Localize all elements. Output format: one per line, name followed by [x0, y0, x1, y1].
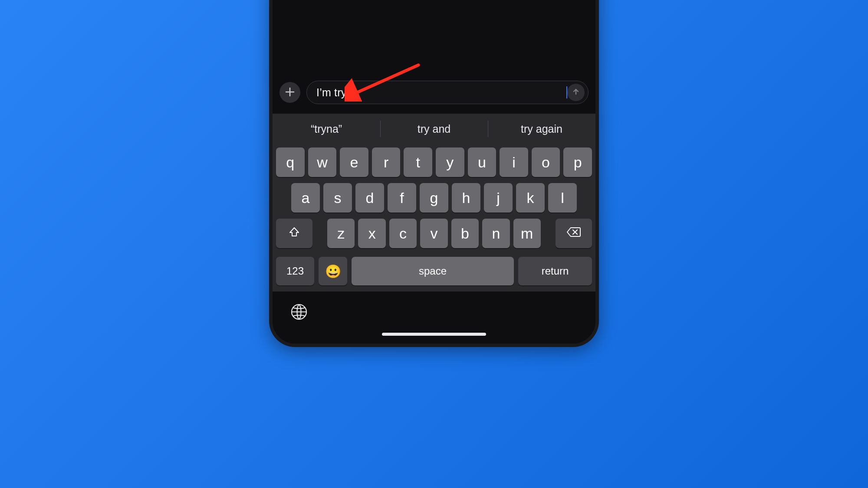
keyboard: “tryna” try and try again q w e r t y u …	[273, 114, 595, 291]
compose-row: I’m tryna	[273, 75, 595, 114]
home-indicator[interactable]	[382, 333, 486, 336]
key-r[interactable]: r	[372, 147, 401, 177]
suggestion-0[interactable]: “tryna”	[273, 114, 380, 144]
emoji-key[interactable]: 😀	[319, 257, 347, 285]
space-key[interactable]: space	[352, 257, 514, 285]
key-rows: q w e r t y u i o p a s d f g h	[273, 144, 595, 257]
add-attachment-button[interactable]	[279, 82, 300, 103]
key-e[interactable]: e	[340, 147, 368, 177]
key-p[interactable]: p	[563, 147, 592, 177]
key-f[interactable]: f	[388, 183, 416, 213]
suggestion-label: try and	[418, 123, 450, 135]
suggestion-label: “tryna”	[311, 123, 342, 135]
plus-icon	[285, 86, 295, 99]
key-h[interactable]: h	[452, 183, 480, 213]
key-c[interactable]: c	[389, 219, 417, 248]
key-m[interactable]: m	[513, 219, 541, 248]
phone-frame: I’m tryna “tryna” try and try again q w	[269, 0, 599, 347]
key-b[interactable]: b	[451, 219, 479, 248]
key-x[interactable]: x	[358, 219, 385, 248]
key-g[interactable]: g	[420, 183, 448, 213]
screen: I’m tryna “tryna” try and try again q w	[273, 0, 595, 344]
key-a[interactable]: a	[291, 183, 320, 213]
key-i[interactable]: i	[500, 147, 528, 177]
shift-key[interactable]	[276, 219, 312, 248]
suggestion-label: try again	[521, 123, 562, 135]
key-q[interactable]: q	[276, 147, 305, 177]
key-l[interactable]: l	[548, 183, 577, 213]
backspace-icon	[566, 226, 581, 240]
suggestion-1[interactable]: try and	[380, 114, 488, 144]
key-n[interactable]: n	[482, 219, 510, 248]
suggestion-2[interactable]: try again	[488, 114, 595, 144]
key-d[interactable]: d	[355, 183, 384, 213]
key-u[interactable]: u	[468, 147, 496, 177]
message-input-text: I’m tryna	[316, 86, 566, 99]
arrow-up-icon	[572, 88, 580, 97]
key-o[interactable]: o	[532, 147, 560, 177]
key-row-1: q w e r t y u i o p	[276, 147, 592, 177]
send-button[interactable]	[567, 84, 585, 101]
message-input[interactable]: I’m tryna	[306, 81, 589, 104]
key-z[interactable]: z	[327, 219, 355, 248]
numbers-key[interactable]: 123	[276, 257, 314, 285]
key-w[interactable]: w	[308, 147, 337, 177]
keyboard-footer	[273, 291, 595, 344]
shift-icon	[288, 226, 300, 241]
key-t[interactable]: t	[404, 147, 432, 177]
emoji-icon: 😀	[325, 264, 341, 279]
key-k[interactable]: k	[516, 183, 545, 213]
suggestion-bar: “tryna” try and try again	[273, 114, 595, 144]
globe-icon	[290, 315, 308, 322]
key-row-3: z x c v b n m	[276, 219, 592, 248]
globe-button[interactable]	[290, 303, 308, 323]
key-s[interactable]: s	[323, 183, 352, 213]
key-y[interactable]: y	[436, 147, 464, 177]
key-v[interactable]: v	[420, 219, 447, 248]
return-key[interactable]: return	[518, 257, 592, 285]
key-row-bottom: 123 😀 space return	[273, 257, 595, 291]
backspace-key[interactable]	[556, 219, 592, 248]
key-j[interactable]: j	[484, 183, 513, 213]
key-row-2: a s d f g h j k l	[276, 183, 592, 213]
